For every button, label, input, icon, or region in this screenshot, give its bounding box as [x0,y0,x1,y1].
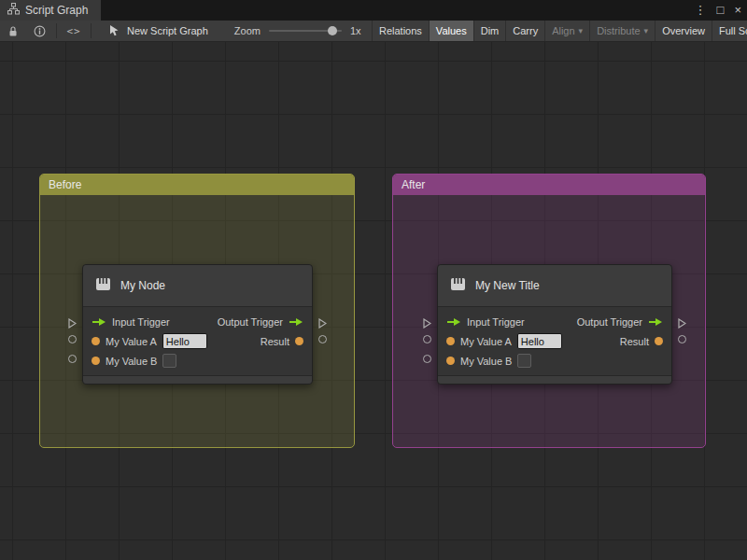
value-port-icon[interactable] [92,357,100,365]
external-value-port-icon[interactable] [423,335,431,343]
graph-pointer-icon [108,24,120,38]
node-title: My Node [120,279,165,292]
trigger-in-arrow-icon[interactable] [92,317,106,327]
value-b-label: My Value B [460,356,512,367]
value-a-input[interactable] [517,333,562,349]
unit-icon [449,275,467,296]
trigger-row: Input Trigger Output Trigger [83,312,312,331]
external-trigger-port-left-icon[interactable] [423,315,431,326]
value-a-input[interactable] [162,333,207,349]
graph-name-label: New Script Graph [127,25,208,36]
toolbar-button-relations[interactable]: Relations [372,21,429,41]
zoom-control: Zoom 1x [234,25,361,36]
node-my-new-title[interactable]: My New Title Input Trigger Output Trigge… [437,264,672,385]
output-trigger-label: Output Trigger [577,316,642,328]
zoom-value: 1x [350,25,361,36]
external-value-port-icon[interactable] [678,335,686,343]
unit-icon [94,275,112,296]
trigger-row: Input Trigger Output Trigger [438,312,671,331]
external-value-port-icon[interactable] [318,335,327,343]
toolbar-button-dim[interactable]: Dim [473,21,506,41]
value-b-row: My Value B [438,351,671,371]
toolbar-button-fullscreen[interactable]: Full Scr [712,21,747,41]
zoom-slider-knob[interactable] [328,26,337,35]
value-b-input[interactable] [517,354,531,368]
node-footer [83,375,312,384]
external-trigger-port-right-icon[interactable] [318,315,327,326]
value-b-input[interactable] [162,354,176,368]
toolbar-separator [56,23,57,38]
value-port-icon[interactable] [655,337,663,345]
node-title: My New Title [475,279,540,292]
node-my-node[interactable]: My Node Input Trigger Output Trigger [82,264,313,385]
toolbar-button-distribute[interactable]: Distribute ▾ [589,21,655,41]
close-icon[interactable]: × [734,0,741,21]
value-a-row: My Value A Result [438,331,671,351]
trigger-out-arrow-icon[interactable] [648,317,663,327]
value-a-label: My Value A [460,336,512,347]
trigger-in-arrow-icon[interactable] [446,317,461,327]
toolbar-button-label: Distribute [597,25,640,36]
lock-icon[interactable] [0,21,26,41]
toolbar-left: <> New Script Graph Zoom 1x [0,21,361,41]
result-label: Result [261,336,289,347]
script-graph-icon [7,3,20,18]
zoom-label: Zoom [234,25,261,36]
group-after-header[interactable]: After [393,175,705,195]
chevron-down-icon: ▾ [644,26,649,35]
toolbar-button-carry[interactable]: Carry [505,21,544,41]
value-port-icon[interactable] [446,357,455,365]
value-a-row: My Value A Result [83,331,312,351]
graph-canvas[interactable]: Before After My Node [0,42,747,560]
node-header[interactable]: My New Title [438,265,671,307]
external-value-port-icon[interactable] [68,355,77,363]
chevron-down-icon: ▾ [579,26,584,35]
value-port-icon[interactable] [295,337,303,345]
zoom-slider[interactable] [269,30,342,32]
group-before-header[interactable]: Before [40,175,354,195]
toolbar-button-values[interactable]: Values [429,21,473,41]
value-port-icon[interactable] [92,337,100,345]
toolbar-button-overview[interactable]: Overview [655,21,712,41]
node-body: Input Trigger Output Trigger My Value A … [83,307,312,375]
input-trigger-label: Input Trigger [112,316,170,328]
external-value-port-icon[interactable] [68,335,77,343]
graph-name-area[interactable]: New Script Graph [108,24,208,38]
node-header[interactable]: My Node [83,265,312,307]
input-trigger-label: Input Trigger [467,316,525,328]
external-trigger-port-left-icon[interactable] [68,315,77,326]
node-footer [438,375,671,384]
code-icon[interactable]: <> [61,21,87,41]
tab-label: Script Graph [25,4,88,17]
window-controls: ⋮ □ × [695,0,741,21]
tab-script-graph[interactable]: Script Graph [0,0,101,21]
tab-bar: Script Graph ⋮ □ × [0,0,747,21]
group-label: After [402,178,425,191]
value-port-icon[interactable] [446,337,455,345]
value-a-label: My Value A [106,336,157,347]
external-trigger-port-right-icon[interactable] [678,315,686,326]
maximize-icon[interactable]: □ [717,0,725,21]
info-icon[interactable] [26,21,52,41]
graph-toolbar: <> New Script Graph Zoom 1x Relations [0,21,747,42]
value-b-label: My Value B [106,356,157,367]
trigger-out-arrow-icon[interactable] [289,317,303,327]
value-b-row: My Value B [83,351,312,371]
group-label: Before [49,178,81,191]
toolbar-buttons: Relations Values Dim Carry Align ▾ Distr… [372,21,747,41]
external-value-port-icon[interactable] [423,355,431,363]
toolbar-separator [91,23,92,38]
toolbar-button-label: Align [552,25,574,36]
node-body: Input Trigger Output Trigger My Value A … [438,307,671,375]
output-trigger-label: Output Trigger [218,316,283,328]
result-label: Result [620,336,649,347]
toolbar-button-align[interactable]: Align ▾ [544,21,589,41]
menu-icon[interactable]: ⋮ [695,0,707,21]
